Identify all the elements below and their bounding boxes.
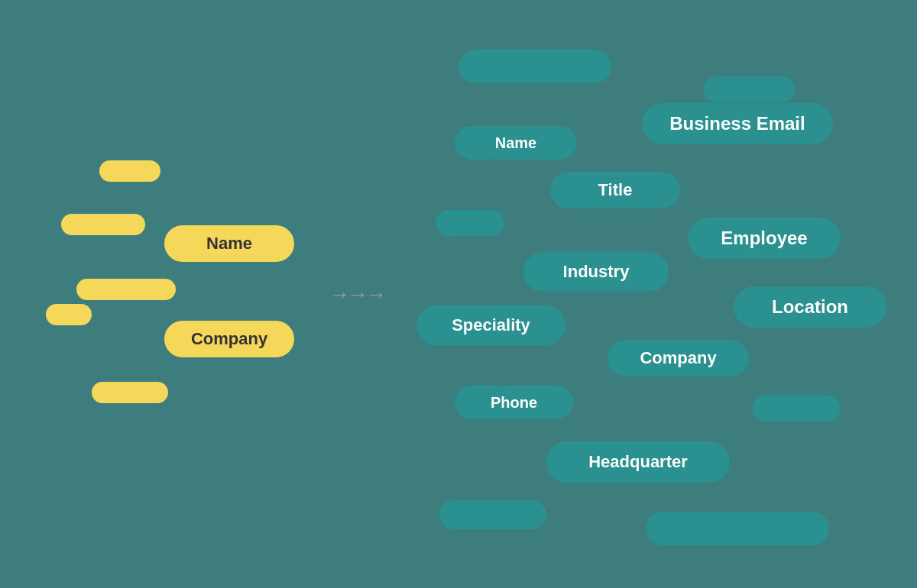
left-pill-4: [76, 279, 176, 300]
right-industry-pill: Industry: [523, 252, 669, 292]
right-headquarter-pill: Headquarter: [546, 441, 730, 483]
right-small-pill-2: [753, 396, 841, 422]
right-speciality-pill: Speciality: [416, 305, 565, 345]
right-phone-pill: Phone: [455, 386, 573, 419]
right-business-email-pill: Business Email: [642, 103, 833, 144]
left-company-pill: Company: [164, 321, 294, 357]
right-small-pill-1: [436, 210, 504, 236]
right-name-pill: Name: [455, 126, 577, 160]
right-location-pill: Location: [734, 286, 886, 328]
right-top-pill-2: [703, 76, 795, 102]
right-bottom-pill-2: [646, 512, 829, 545]
right-top-pill-1: [458, 50, 611, 83]
right-employee-pill: Employee: [688, 218, 841, 259]
left-pill-2: [61, 214, 145, 235]
right-title-pill: Title: [550, 172, 680, 208]
right-bottom-pill-1: [439, 500, 546, 529]
right-company-pill: Company: [608, 340, 749, 376]
left-name-pill: Name: [164, 225, 294, 262]
canvas: Name Company →→→ Name Business Email Tit…: [0, 0, 917, 588]
left-pill-7: [92, 382, 168, 403]
left-pill-1: [99, 160, 160, 182]
transformation-arrows: →→→: [329, 283, 384, 307]
left-pill-5: [46, 304, 92, 325]
